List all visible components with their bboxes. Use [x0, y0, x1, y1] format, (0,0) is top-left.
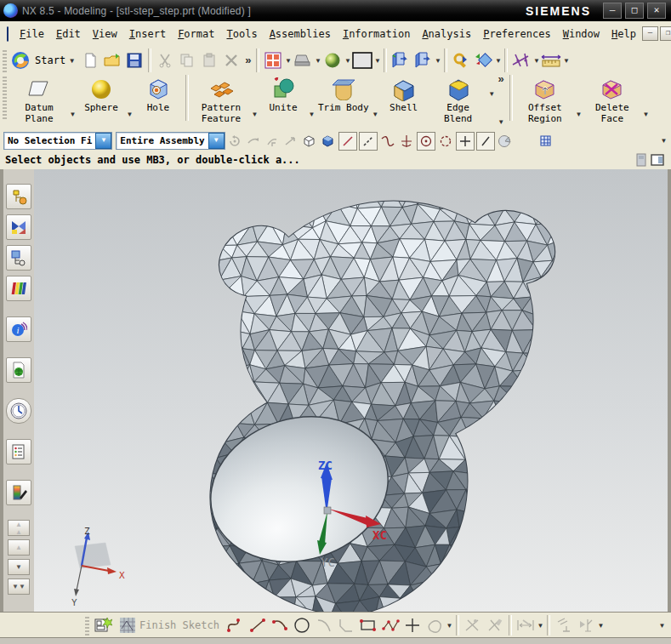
shaded-cube-icon[interactable]: [319, 132, 338, 151]
web-browser-icon[interactable]: [6, 357, 31, 383]
new-icon[interactable]: [79, 49, 101, 71]
toolbar-grip[interactable]: [3, 75, 7, 119]
menu-preferences[interactable]: Preferences: [477, 26, 556, 43]
unite-button[interactable]: Unite: [259, 75, 308, 129]
window-in-icon[interactable]: [390, 49, 412, 71]
graphics-viewport[interactable]: ZC XC YC Z X Y: [34, 169, 671, 612]
menu-file[interactable]: File: [14, 26, 50, 43]
chevron-down-icon[interactable]: ▼: [488, 90, 496, 98]
history-icon[interactable]: [6, 398, 31, 424]
close-button[interactable]: ✕: [647, 3, 666, 19]
menu-tools[interactable]: Tools: [220, 26, 263, 43]
start-button[interactable]: Start ▼: [31, 53, 79, 68]
datum-plane-button[interactable]: Datum Plane: [9, 75, 69, 129]
window-dock-icon[interactable]: [651, 153, 664, 167]
chevron-down-icon[interactable]: ▼: [95, 133, 111, 149]
chevron-down-icon[interactable]: ▼: [208, 133, 225, 149]
wireframe-cube-icon[interactable]: [300, 132, 319, 151]
arc-center-icon[interactable]: [398, 133, 415, 150]
chevron-down-icon[interactable]: ▼: [660, 137, 668, 145]
more-curves-icon[interactable]: [424, 614, 446, 636]
chevron-down-icon[interactable]: ▼: [532, 57, 540, 65]
slope-toggle-icon[interactable]: [476, 132, 495, 151]
grid-snap-icon[interactable]: [537, 132, 555, 151]
chevron-down-icon[interactable]: ▼: [537, 622, 544, 630]
chevron-down-icon[interactable]: ▼: [642, 111, 650, 118]
dashed-line-toggle-icon[interactable]: [359, 132, 378, 151]
constraint-navigator-icon[interactable]: [6, 214, 31, 240]
line-toggle-icon[interactable]: [338, 132, 357, 151]
hd3d-tools-icon[interactable]: i: [6, 316, 31, 342]
ruler-icon[interactable]: [540, 49, 562, 71]
window-out-icon[interactable]: [412, 49, 434, 71]
chevron-down-icon[interactable]: ▼: [658, 622, 666, 630]
chevron-down-icon[interactable]: ▼: [446, 622, 453, 630]
copy-icon[interactable]: [176, 49, 198, 71]
menu-help[interactable]: Help: [606, 26, 642, 43]
rotate-icon[interactable]: [263, 132, 281, 151]
make-symmetric-icon[interactable]: [575, 614, 597, 636]
part-navigator-icon[interactable]: [6, 245, 31, 271]
pattern-feature-button[interactable]: Pattern Feature: [191, 75, 251, 129]
hole-button[interactable]: Hole: [134, 75, 183, 129]
chevron-down-icon[interactable]: ▼: [284, 57, 292, 65]
reuse-library-icon[interactable]: [6, 276, 31, 301]
offset-region-button[interactable]: Offset Region: [515, 75, 575, 129]
circle-icon[interactable]: [291, 614, 313, 636]
feature-overflow-chevron[interactable]: »: [496, 75, 507, 83]
mdi-minimize-button[interactable]: –: [642, 26, 658, 41]
menu-format[interactable]: Format: [172, 26, 220, 43]
chevron-down-icon[interactable]: ▼: [575, 111, 583, 118]
mdi-restore-button[interactable]: ❐: [660, 26, 671, 41]
fillet-icon[interactable]: [313, 614, 335, 636]
chevron-down-icon[interactable]: ▼: [126, 111, 134, 118]
chevron-down-icon[interactable]: ▼: [498, 118, 505, 126]
point-toggle-icon[interactable]: [456, 132, 475, 151]
line-icon[interactable]: [247, 614, 269, 636]
selection-filter-combo[interactable]: No Selection Fi ▼: [3, 132, 112, 150]
menu-assemblies[interactable]: Assemblies: [264, 26, 337, 43]
chevron-down-icon[interactable]: ▼: [251, 111, 259, 118]
menu-insert[interactable]: Insert: [123, 26, 172, 43]
measure-icon[interactable]: [510, 49, 532, 71]
quick-extend-icon[interactable]: [484, 614, 506, 636]
sphere-button[interactable]: Sphere: [77, 75, 126, 129]
maximize-button[interactable]: □: [625, 3, 644, 19]
nx-logo-icon[interactable]: [9, 49, 31, 71]
title-bar[interactable]: NX 8.5 - Modeling - [stl-step_step.prt (…: [0, 0, 671, 21]
view-layout-icon[interactable]: [262, 49, 284, 71]
process-studio-icon[interactable]: [6, 439, 31, 464]
arc-icon[interactable]: [269, 614, 291, 636]
menu-view[interactable]: View: [87, 26, 123, 43]
shell-button[interactable]: Shell: [379, 75, 429, 129]
open-icon[interactable]: [101, 49, 123, 71]
chevron-down-icon[interactable]: ▼: [372, 111, 379, 118]
chevron-down-icon[interactable]: ▼: [69, 111, 77, 118]
edge-blend-button[interactable]: Edge Blend: [429, 75, 488, 129]
menu-information[interactable]: Information: [337, 26, 416, 43]
menu-window[interactable]: Window: [557, 26, 606, 43]
profile-icon[interactable]: [225, 614, 247, 636]
scroll-up-icon[interactable]: ▲: [8, 539, 30, 556]
rectangle-icon[interactable]: [357, 614, 379, 636]
chevron-down-icon[interactable]: ▼: [373, 57, 381, 65]
trim-body-button[interactable]: Trim Body: [316, 75, 372, 129]
finish-sketch-button[interactable]: Finish Sketch: [114, 615, 225, 635]
toolbar-grip[interactable]: [85, 615, 89, 635]
dimension-icon[interactable]: [515, 614, 537, 636]
command-finder-icon[interactable]: [450, 49, 472, 71]
chevron-down-icon[interactable]: ▼: [344, 57, 351, 65]
toolbar-grip[interactable]: [3, 48, 7, 71]
curve-toggle-icon[interactable]: [379, 133, 396, 150]
minimize-button[interactable]: –: [603, 3, 622, 19]
snapshot-icon[interactable]: [472, 49, 494, 71]
chevron-down-icon[interactable]: ▼: [434, 57, 441, 65]
dialog-rail-icon[interactable]: [635, 153, 647, 167]
delete-face-button[interactable]: Delete Face: [583, 75, 642, 129]
scroll-down-icon[interactable]: ▼: [8, 559, 30, 575]
dashed-circle-icon[interactable]: [437, 133, 454, 150]
chevron-down-icon[interactable]: ▼: [308, 111, 316, 118]
studio-spline-icon[interactable]: [379, 614, 401, 636]
quick-trim-icon[interactable]: [462, 614, 484, 636]
circle-center-icon[interactable]: [417, 132, 435, 151]
